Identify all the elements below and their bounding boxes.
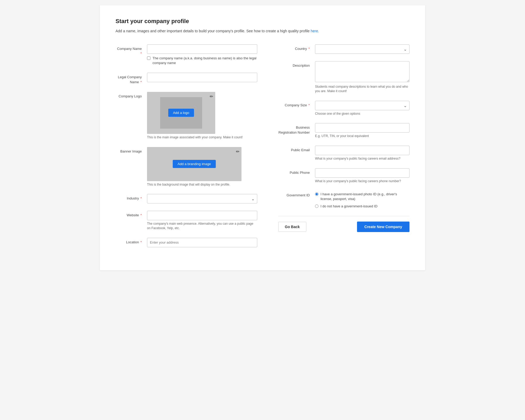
website-label: Website * — [116, 211, 147, 218]
business-reg-input[interactable] — [315, 123, 410, 133]
company-name-field: The company name (a.k.a. doing business … — [147, 44, 257, 65]
banner-upload-area: Add a branding image ✏ — [147, 147, 242, 181]
subtitle-text: Add a name, images and other important d… — [116, 29, 311, 33]
go-back-button[interactable]: Go Back — [278, 222, 306, 232]
location-field — [147, 238, 257, 247]
banner-edit-icon[interactable]: ✏ — [236, 149, 239, 154]
business-reg-label: Business Registration Number — [278, 123, 315, 135]
public-email-input[interactable] — [315, 146, 410, 155]
description-textarea[interactable] — [315, 61, 410, 82]
government-id-radio-group: I have a government-issued photo ID (e.g… — [315, 191, 410, 209]
banner-image-label: Banner Image — [116, 147, 147, 154]
government-id-option2: I do not have a government-issued ID — [315, 204, 410, 209]
logo-upload-wrapper: Add a logo ✏ — [147, 92, 215, 134]
government-id-field: I have a government-issued photo ID (e.g… — [315, 191, 410, 209]
industry-label: Industry * — [116, 194, 147, 201]
page-title: Start your company profile — [116, 18, 410, 25]
public-email-label: Public Email — [278, 146, 315, 153]
legal-company-name-field — [147, 73, 257, 82]
right-column: Country * United States United Kingdom C… — [278, 44, 410, 255]
location-input[interactable] — [147, 238, 257, 247]
company-logo-row: Company Logo Add a logo ✏ This is the ma… — [116, 92, 257, 140]
industry-select[interactable]: Technology Finance Healthcare Education … — [147, 194, 257, 203]
company-size-label: Company Size * — [278, 101, 315, 108]
legal-company-name-input[interactable] — [147, 73, 257, 82]
subtitle-link[interactable]: here. — [311, 29, 319, 33]
company-name-input[interactable] — [147, 44, 257, 54]
form-container: Start your company profile Add a name, i… — [100, 5, 425, 270]
company-name-checkbox-row: The company name (a.k.a. doing business … — [147, 56, 257, 65]
legal-company-name-row: Legal Company Name * — [116, 73, 257, 84]
company-size-required: * — [308, 103, 310, 107]
company-name-label: Company Name * — [116, 44, 147, 56]
public-phone-row: Public Phone What is your company's publ… — [278, 168, 410, 183]
company-size-row: Company Size * 1-10 11-50 51-200 201-500… — [278, 101, 410, 116]
description-field: Students read company descriptions to le… — [315, 61, 410, 93]
country-select-wrapper: United States United Kingdom Canada Aust… — [315, 44, 410, 54]
legal-company-name-label: Legal Company Name * — [116, 73, 147, 84]
banner-image-hint: This is the background image that will d… — [147, 182, 257, 187]
government-id-option2-label: I do not have a government-issued ID — [321, 204, 377, 209]
public-phone-field: What is your company's public facing car… — [315, 168, 410, 183]
public-phone-label: Public Phone — [278, 168, 315, 175]
left-column: Company Name * The company name (a.k.a. … — [116, 44, 257, 255]
government-id-row: Government ID I have a government-issued… — [278, 191, 410, 209]
description-row: Description Students read company descri… — [278, 61, 410, 93]
government-id-option1: I have a government-issued photo ID (e.g… — [315, 192, 410, 201]
company-size-hint: Choose one of the given options — [315, 112, 410, 116]
form-layout: Company Name * The company name (a.k.a. … — [116, 44, 410, 255]
website-hint: The company's main web presence. Alterna… — [147, 222, 257, 230]
business-reg-hint: E.g. UTR, TIN, or your local equivalent — [315, 134, 410, 138]
company-name-required: * — [140, 51, 142, 55]
country-label: Country * — [278, 44, 315, 51]
add-banner-button[interactable]: Add a branding image — [173, 160, 216, 168]
country-required: * — [308, 47, 310, 51]
public-email-field: What is your company's public facing car… — [315, 146, 410, 161]
logo-inner-box: Add a logo — [160, 97, 202, 129]
footer-actions: Go Back Create New Company — [278, 216, 410, 232]
public-email-hint: What is your company's public facing car… — [315, 156, 410, 161]
location-required: * — [140, 240, 142, 244]
website-field: The company's main web presence. Alterna… — [147, 211, 257, 230]
company-size-select-wrapper: 1-10 11-50 51-200 201-500 501-1000 1000+… — [315, 101, 410, 110]
government-id-option1-label: I have a government-issued photo ID (e.g… — [321, 192, 410, 201]
add-logo-button[interactable]: Add a logo — [168, 109, 194, 117]
description-hint: Students read company descriptions to le… — [315, 85, 410, 93]
website-input[interactable] — [147, 211, 257, 220]
country-field: United States United Kingdom Canada Aust… — [315, 44, 410, 54]
website-required: * — [140, 213, 142, 217]
country-row: Country * United States United Kingdom C… — [278, 44, 410, 54]
business-reg-row: Business Registration Number E.g. UTR, T… — [278, 123, 410, 138]
website-row: Website * The company's main web presenc… — [116, 211, 257, 230]
company-name-checkbox-label: The company name (a.k.a. doing business … — [153, 56, 257, 65]
business-reg-field: E.g. UTR, TIN, or your local equivalent — [315, 123, 410, 138]
public-email-row: Public Email What is your company's publ… — [278, 146, 410, 161]
company-logo-hint: This is the main image associated with y… — [147, 135, 257, 140]
logo-upload-area: Add a logo ✏ — [147, 92, 215, 134]
industry-field: Technology Finance Healthcare Education … — [147, 194, 257, 203]
banner-image-row: Banner Image Add a branding image ✏ This… — [116, 147, 257, 187]
location-row: Location * — [116, 238, 257, 247]
banner-image-field: Add a branding image ✏ This is the backg… — [147, 147, 257, 187]
industry-required: * — [140, 196, 142, 200]
government-id-radio-1[interactable] — [315, 192, 318, 196]
government-id-radio-2[interactable] — [315, 204, 318, 208]
public-phone-input[interactable] — [315, 168, 410, 178]
government-id-label: Government ID — [278, 191, 315, 198]
company-logo-field: Add a logo ✏ This is the main image asso… — [147, 92, 257, 140]
company-name-checkbox[interactable] — [147, 56, 150, 60]
company-name-row: Company Name * The company name (a.k.a. … — [116, 44, 257, 65]
legal-name-required: * — [140, 80, 142, 84]
industry-row: Industry * Technology Finance Healthcare… — [116, 194, 257, 203]
description-label: Description — [278, 61, 315, 68]
create-company-button[interactable]: Create New Company — [357, 222, 410, 232]
company-size-select[interactable]: 1-10 11-50 51-200 201-500 501-1000 1000+ — [315, 101, 410, 110]
logo-edit-icon[interactable]: ✏ — [210, 94, 213, 99]
company-logo-label: Company Logo — [116, 92, 147, 99]
public-phone-hint: What is your company's public facing car… — [315, 179, 410, 183]
industry-select-wrapper: Technology Finance Healthcare Education … — [147, 194, 257, 203]
country-select[interactable]: United States United Kingdom Canada Aust… — [315, 44, 410, 54]
company-size-field: 1-10 11-50 51-200 201-500 501-1000 1000+… — [315, 101, 410, 116]
location-label: Location * — [116, 238, 147, 245]
page-subtitle: Add a name, images and other important d… — [116, 28, 410, 34]
